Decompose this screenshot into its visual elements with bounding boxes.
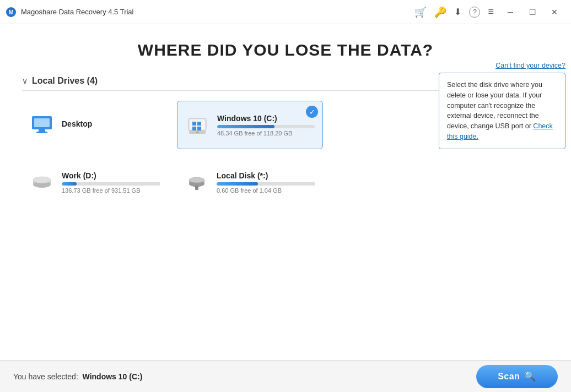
local-disk-bar-wrap	[217, 182, 315, 186]
scan-label: Scan	[498, 372, 520, 382]
bottom-status: You have selected: Windows 10 (C:)	[13, 372, 142, 381]
work-d-drive-icon	[30, 170, 54, 194]
maximize-button[interactable]: ☐	[521, 3, 543, 21]
svg-rect-5	[36, 132, 47, 133]
svg-rect-10	[192, 127, 196, 130]
svg-point-13	[196, 132, 199, 133]
svg-rect-4	[39, 129, 45, 132]
local-disk-bar-fill	[217, 182, 258, 186]
windows-c-drive-name: Windows 10 (C:)	[217, 114, 315, 123]
local-disk-size: 0.60 GB free of 1.04 GB	[217, 187, 315, 194]
svg-rect-8	[192, 122, 196, 126]
work-d-drive-info: Work (D:) 136.73 GB free of 931.51 GB	[62, 171, 160, 194]
drive-card-local-disk[interactable]: Local Disk (*:) 0.60 GB free of 1.04 GB	[177, 158, 323, 206]
drive-card-work-d[interactable]: Work (D:) 136.73 GB free of 931.51 GB	[22, 158, 168, 206]
svg-point-17	[33, 177, 51, 183]
desktop-drive-info: Desktop	[62, 119, 160, 130]
svg-point-21	[189, 177, 204, 183]
svg-text:M: M	[8, 9, 13, 15]
svg-rect-3	[34, 118, 50, 127]
svg-rect-9	[197, 122, 201, 126]
work-d-size: 136.73 GB free of 931.51 GB	[62, 187, 160, 194]
window-controls: ─ ☐ ✕	[499, 3, 565, 21]
tooltip-box: Select the disk drive where you delete o…	[439, 73, 565, 149]
menu-icon[interactable]: ≡	[488, 6, 494, 18]
page-title: WHERE DID YOU LOSE THE DATA?	[22, 41, 549, 59]
work-d-bar-fill	[62, 182, 77, 186]
title-bar-action-icons: 🛒 🔑 ⬇ ? ≡	[414, 6, 494, 18]
windows-c-bar-fill	[217, 125, 274, 128]
windows-c-size: 48.34 GB free of 118.20 GB	[217, 130, 315, 137]
main-content: WHERE DID YOU LOSE THE DATA? Can't find …	[0, 24, 571, 360]
work-d-bar-wrap	[62, 182, 160, 186]
title-bar: M Magoshare Data Recovery 4.5 Trial 🛒 🔑 …	[0, 0, 571, 24]
drive-card-windows-c[interactable]: Windows 10 (C:) 48.34 GB free of 118.20 …	[177, 101, 323, 149]
minimize-button[interactable]: ─	[499, 3, 521, 21]
windows-c-bar-wrap	[217, 125, 315, 128]
app-title: Magoshare Data Recovery 4.5 Trial	[21, 8, 414, 16]
status-prefix: You have selected:	[13, 372, 78, 381]
scan-button[interactable]: Scan 🔍	[476, 365, 558, 388]
help-icon[interactable]: ?	[469, 7, 480, 18]
local-disk-drive-icon	[185, 170, 209, 194]
app-logo: M	[6, 7, 17, 18]
download-icon[interactable]: ⬇	[454, 7, 461, 17]
svg-rect-11	[197, 127, 201, 130]
selected-check-badge: ✓	[306, 106, 318, 118]
windows-c-drive-info: Windows 10 (C:) 48.34 GB free of 118.20 …	[217, 114, 315, 137]
selected-drive-label: Windows 10 (C:)	[83, 372, 143, 381]
windows-c-drive-icon	[185, 113, 209, 137]
bottom-bar: You have selected: Windows 10 (C:) Scan …	[0, 360, 571, 392]
close-button[interactable]: ✕	[543, 3, 565, 21]
drives-grid: Desktop Windows 10 (C:)	[22, 101, 411, 206]
desktop-drive-name: Desktop	[62, 119, 160, 128]
scan-search-icon: 🔍	[524, 371, 536, 382]
local-disk-drive-info: Local Disk (*:) 0.60 GB free of 1.04 GB	[217, 171, 315, 194]
key-icon[interactable]: 🔑	[434, 6, 446, 18]
cant-find-link[interactable]: Can't find your device?	[495, 62, 565, 69]
desktop-drive-icon	[30, 113, 54, 137]
chevron-icon[interactable]: ∨	[22, 77, 28, 85]
local-disk-drive-name: Local Disk (*:)	[217, 171, 315, 180]
section-title: Local Drives (4)	[32, 76, 98, 86]
svg-rect-22	[195, 186, 198, 190]
drive-card-desktop[interactable]: Desktop	[22, 101, 168, 149]
work-d-drive-name: Work (D:)	[62, 171, 160, 180]
cart-icon[interactable]: 🛒	[414, 6, 427, 18]
tooltip-text: Select the disk drive where you delete o…	[447, 81, 542, 130]
